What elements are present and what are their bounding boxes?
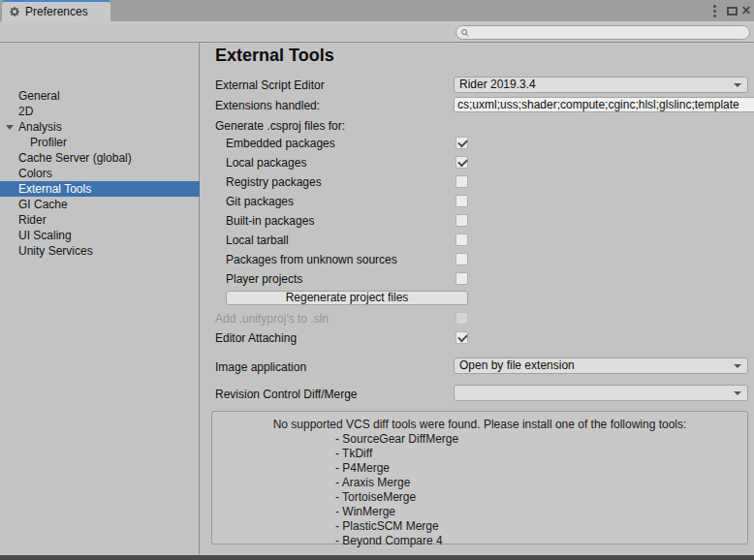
sidebar-item-ui-scaling[interactable]: UI Scaling (0, 228, 200, 243)
vcs-tool-item: - Araxis Merge (212, 476, 747, 490)
vcs-tool-item: - WinMerge (212, 505, 747, 519)
tab-preferences[interactable]: Preferences (2, 0, 110, 21)
external-script-editor-dropdown[interactable]: Rider 2019.3.4 (454, 77, 748, 93)
settings-sidebar: General 2D Analysis Profiler Cache Serve… (0, 43, 200, 555)
chevron-down-icon (734, 364, 741, 368)
sidebar-item-colors[interactable]: Colors (0, 166, 200, 181)
vcs-tool-item: - SourceGear DiffMerge (212, 432, 747, 447)
vcs-tool-item: - TkDiff (212, 447, 747, 461)
sidebar-item-external-tools[interactable]: External Tools (0, 181, 200, 197)
registry-packages-label: Registry packages (226, 175, 322, 190)
player-projects-label: Player projects (226, 272, 302, 287)
local-tarball-checkbox[interactable] (456, 233, 468, 246)
sidebar-item-rider[interactable]: Rider (0, 212, 200, 228)
revision-control-dropdown[interactable] (454, 385, 748, 401)
vcs-notice-header: No supported VCS diff tools were found. … (212, 418, 747, 432)
sidebar-item-unity-services[interactable]: Unity Services (0, 243, 200, 259)
local-tarball-label: Local tarball (226, 233, 289, 248)
sidebar-item-2d[interactable]: 2D (0, 104, 200, 119)
close-icon[interactable]: × (738, 0, 754, 21)
registry-packages-checkbox[interactable] (456, 175, 468, 188)
add-unityproj-checkbox (456, 312, 468, 325)
built-in-packages-checkbox[interactable] (456, 214, 468, 227)
add-unityproj-label: Add .unityproj's to .sln (215, 312, 329, 327)
page-title: External Tools (215, 46, 334, 66)
preferences-window: Preferences × General 2D Analysis Profil… (0, 0, 754, 560)
maximize-icon[interactable] (727, 0, 738, 21)
editor-attaching-label: Editor Attaching (215, 331, 297, 346)
extensions-handled-input[interactable]: cs;uxml;uss;shader;compute;cginc;hlsl;gl… (454, 97, 754, 112)
editor-attaching-checkbox[interactable] (456, 331, 468, 344)
search-input[interactable] (473, 27, 735, 39)
sidebar-item-general[interactable]: General (0, 88, 200, 104)
window-bottom-border (0, 555, 754, 560)
vcs-notice-box: No supported VCS diff tools were found. … (211, 411, 748, 544)
search-icon (460, 28, 470, 38)
image-application-dropdown[interactable]: Open by file extension (454, 358, 748, 374)
sidebar-item-cache-server[interactable]: Cache Server (global) (0, 150, 200, 166)
tab-strip: Preferences × (0, 0, 754, 21)
external-tools-panel: External Tools External Script Editor Ri… (201, 43, 754, 555)
chevron-down-icon (734, 391, 741, 395)
sidebar-item-profiler[interactable]: Profiler (0, 135, 200, 150)
git-packages-checkbox[interactable] (456, 195, 468, 207)
embedded-packages-checkbox[interactable] (456, 137, 468, 149)
vcs-tool-item: - Beyond Compare 4 (212, 534, 747, 548)
generate-csproj-label: Generate .csproj files for: (215, 119, 345, 134)
gear-icon (9, 6, 20, 17)
image-application-label: Image application (215, 360, 306, 375)
revision-control-label: Revision Control Diff/Merge (215, 388, 358, 402)
local-packages-label: Local packages (226, 156, 306, 171)
regenerate-project-files-button[interactable]: Regenerate project files (226, 291, 468, 305)
menu-dots-icon[interactable] (709, 0, 719, 21)
foldout-arrow-icon[interactable] (6, 125, 14, 130)
tab-title: Preferences (25, 5, 88, 18)
git-packages-label: Git packages (226, 195, 294, 209)
chevron-down-icon (734, 83, 741, 87)
sidebar-item-analysis[interactable]: Analysis (0, 119, 200, 135)
vcs-tool-item: - TortoiseMerge (212, 490, 747, 505)
unknown-sources-packages-label: Packages from unknown sources (226, 253, 397, 267)
toolbar (0, 21, 754, 43)
local-packages-checkbox[interactable] (456, 156, 468, 169)
embedded-packages-label: Embedded packages (226, 137, 335, 151)
extensions-handled-label: Extensions handled: (215, 99, 320, 113)
unknown-sources-packages-checkbox[interactable] (456, 253, 468, 265)
built-in-packages-label: Built-in packages (226, 214, 314, 229)
vcs-tool-item: - P4Merge (212, 461, 747, 476)
vcs-tool-item: - PlasticSCM Merge (212, 519, 747, 534)
player-projects-checkbox[interactable] (456, 272, 468, 285)
external-script-editor-label: External Script Editor (215, 78, 325, 93)
search-box[interactable] (456, 25, 750, 40)
sidebar-item-gi-cache[interactable]: GI Cache (0, 197, 200, 212)
